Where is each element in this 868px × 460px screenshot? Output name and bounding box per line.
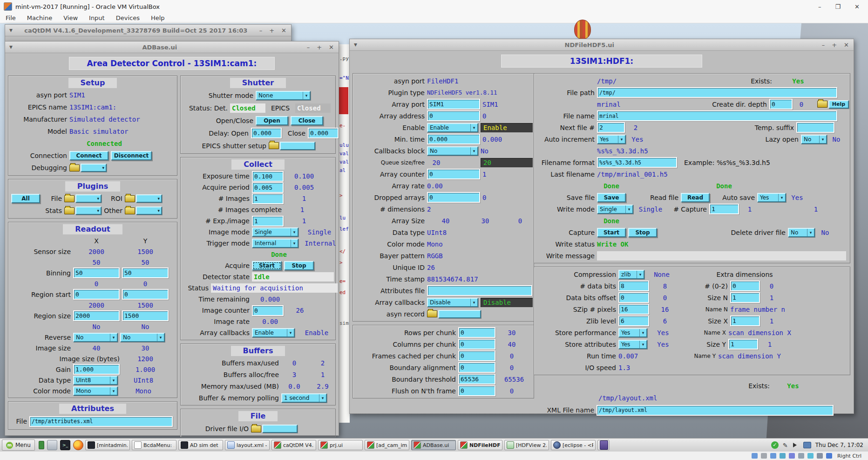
- cd-icon[interactable]: [761, 453, 767, 459]
- input-0[interactable]: 0: [427, 192, 480, 203]
- input-0-000[interactable]: 0.000: [308, 128, 339, 138]
- input-field[interactable]: [796, 122, 834, 133]
- window-menu-icon[interactable]: ▼: [9, 45, 13, 49]
- input-0-100[interactable]: 0.100: [252, 171, 284, 182]
- clock[interactable]: Thu Dec 7, 17:02: [815, 442, 863, 448]
- menu-help[interactable]: Help: [151, 14, 165, 21]
- updates-shield-icon[interactable]: ✓: [771, 441, 779, 449]
- input-16[interactable]: 16: [618, 304, 649, 315]
- taskbar-window-prj-ui[interactable]: prj.ui: [318, 440, 363, 450]
- input-0[interactable]: 0: [458, 385, 495, 396]
- minimize-icon[interactable]: –: [307, 44, 310, 51]
- menu-input[interactable]: Input: [89, 14, 105, 21]
- display-icon[interactable]: [807, 453, 814, 459]
- close-icon[interactable]: ✕: [281, 27, 286, 34]
- folder-menu-button[interactable]: [251, 425, 298, 433]
- input-0-000[interactable]: 0.000: [427, 134, 480, 144]
- folder-menu-button[interactable]: ▾: [64, 206, 102, 215]
- input-8[interactable]: 8: [618, 281, 649, 291]
- select-enable[interactable]: Enable▾: [427, 123, 478, 132]
- maximize-icon[interactable]: ❐: [835, 3, 841, 10]
- input-0[interactable]: 0: [458, 339, 495, 350]
- button-read[interactable]: Read: [681, 193, 710, 202]
- select-yes[interactable]: Yes▾: [618, 328, 647, 337]
- folder-menu-button[interactable]: ▾: [125, 194, 162, 203]
- button-connect[interactable]: Connect: [69, 151, 108, 160]
- folder-menu-button[interactable]: [427, 310, 481, 318]
- input-tmp-layout-xml[interactable]: /tmp/layout.xml: [597, 405, 834, 416]
- button-save[interactable]: Save: [597, 193, 626, 202]
- input-50[interactable]: 50: [73, 268, 120, 278]
- input-0[interactable]: 0: [458, 327, 495, 338]
- input-6[interactable]: 6: [618, 316, 649, 326]
- input-1[interactable]: 1: [730, 316, 760, 326]
- select-internal[interactable]: Internal▾: [252, 239, 298, 248]
- hdd-icon[interactable]: [752, 453, 758, 459]
- select-yes[interactable]: Yes▾: [597, 135, 626, 144]
- text-editor-icon[interactable]: ✎: [783, 442, 788, 449]
- network-icon[interactable]: [780, 453, 786, 459]
- input-0[interactable]: 0: [122, 289, 169, 300]
- select-yes[interactable]: Yes▾: [618, 340, 647, 349]
- input-2000[interactable]: 2000: [73, 310, 120, 321]
- input-0[interactable]: 0: [73, 289, 120, 300]
- input-65536[interactable]: 65536: [458, 374, 495, 384]
- input-0-005[interactable]: 0.005: [252, 182, 284, 193]
- input-sim1[interactable]: SIM1: [427, 99, 480, 110]
- input-1[interactable]: 1: [252, 216, 284, 227]
- folder-menu-button[interactable]: ▾: [69, 164, 107, 172]
- select-uint8[interactable]: UInt8▾: [73, 376, 118, 385]
- select-yes[interactable]: Yes▾: [757, 193, 786, 202]
- select-zlib[interactable]: zlib▾: [618, 270, 644, 279]
- minimize-icon[interactable]: –: [818, 3, 821, 10]
- volume-icon[interactable]: [793, 443, 799, 447]
- folder-menu-button[interactable]: ▾: [64, 194, 102, 203]
- menu-button[interactable]: m Menu: [2, 439, 35, 451]
- input-1-000[interactable]: 1.000: [73, 364, 120, 375]
- taskbar-window-hdfview-2[interactable]: [HDFView 2...: [504, 440, 549, 450]
- button-stop[interactable]: Stop: [284, 261, 314, 270]
- button-disconnect[interactable]: Disconnect: [111, 151, 152, 160]
- input-1[interactable]: 1: [728, 339, 758, 350]
- caqtdm-titlebar[interactable]: ▼ caQtDM V4.1.6_Development_33278769 Bui…: [5, 25, 291, 36]
- background-editor-window[interactable]: .py="Ne-uluvalvalal>lulef</>e=edsim: [338, 44, 350, 423]
- select-single[interactable]: Single▾: [252, 227, 298, 237]
- files-icon[interactable]: [47, 440, 57, 450]
- close-icon[interactable]: ✕: [844, 41, 849, 48]
- input-0[interactable]: 0: [252, 305, 284, 316]
- input-1[interactable]: 1: [730, 292, 760, 303]
- input-1[interactable]: 1: [709, 204, 739, 214]
- input-0[interactable]: 0: [427, 110, 480, 121]
- caqtdm-main-window[interactable]: ▼ caQtDM V4.1.6_Development_33278769 Bui…: [5, 24, 292, 42]
- taskbar-window-layout-xml[interactable]: layout.xml - ...: [225, 440, 270, 450]
- input-0[interactable]: 0: [730, 281, 760, 291]
- maximize-icon[interactable]: +: [832, 41, 837, 48]
- button-start[interactable]: Start: [597, 228, 626, 237]
- select-enable[interactable]: Enable▾: [252, 328, 295, 337]
- window-menu-icon[interactable]: ▼: [9, 28, 13, 33]
- taskbar-window-bcdamenu[interactable]: BcdaMenu: ...: [132, 440, 176, 450]
- button-close[interactable]: Close: [291, 116, 323, 125]
- button-stop[interactable]: Stop: [628, 228, 657, 237]
- input-field[interactable]: [427, 285, 532, 296]
- input-0[interactable]: 0: [458, 350, 495, 361]
- select-disable[interactable]: Disable▾: [427, 298, 478, 307]
- mouse-icon[interactable]: [826, 453, 832, 459]
- taskbar-window-adbase-ui[interactable]: ADBase.ui: [411, 440, 456, 450]
- input-50[interactable]: 50: [122, 268, 169, 278]
- menu-view[interactable]: View: [63, 14, 78, 21]
- select-no[interactable]: No▾: [120, 333, 165, 342]
- menu-devices[interactable]: Devices: [116, 14, 140, 21]
- battery-icon[interactable]: [39, 441, 44, 449]
- input-0[interactable]: 0: [458, 362, 495, 373]
- input-0-000[interactable]: 0.000: [251, 128, 282, 138]
- taskbar-window-eclipse-p[interactable]: [eclipse - <P...: [551, 440, 596, 450]
- taskbar-window-eclipse-launcher[interactable]: [597, 440, 610, 450]
- minimize-icon[interactable]: –: [259, 27, 263, 34]
- firefox-icon[interactable]: [73, 440, 83, 450]
- maximize-icon[interactable]: +: [317, 44, 322, 51]
- button-start[interactable]: Start: [252, 261, 282, 270]
- input-1500[interactable]: 1500: [122, 310, 169, 321]
- taskbar-window-ad-cam-im[interactable]: [ad_cam_im...: [365, 440, 409, 450]
- close-icon[interactable]: ✕: [329, 44, 334, 51]
